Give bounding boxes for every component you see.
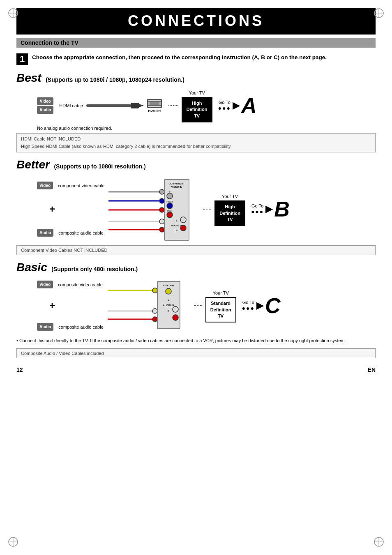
basic-video-row: Video composite video cable xyxy=(37,281,104,288)
best-tv-box: High Definition TV xyxy=(182,97,212,122)
basic-goto-dots: ●●● xyxy=(242,305,255,311)
svg-point-20 xyxy=(159,198,164,203)
better-sub: (Supports up to 1080i resolution.) xyxy=(54,163,145,170)
best-goto-dots: ●●● xyxy=(218,105,231,111)
better-plus: + xyxy=(49,203,104,215)
best-dotted-line xyxy=(168,105,178,106)
page-number: 12 xyxy=(16,366,23,373)
best-heading: Best xyxy=(16,71,42,84)
best-sub: (Supports up to 1080i / 1080p, 1080p24 r… xyxy=(46,76,184,83)
svg-point-46 xyxy=(152,317,157,322)
step-number: 1 xyxy=(16,53,28,65)
svg-text:R: R xyxy=(168,310,170,312)
better-video-cable: component video cable xyxy=(58,183,104,188)
page-title: CONNECTIONS xyxy=(16,12,376,30)
svg-point-33 xyxy=(167,203,173,209)
better-audio-row: Audio composite audio cable xyxy=(37,229,104,237)
best-note-box: HDMI Cable NOT INCLUDED High Speed HDMI … xyxy=(16,133,376,152)
svg-text:VIDEO IN: VIDEO IN xyxy=(163,284,174,287)
svg-point-35 xyxy=(167,212,173,218)
svg-point-31 xyxy=(167,193,173,199)
step-intro: 1 Choose the appropriate connection, the… xyxy=(16,53,376,65)
corner-mark-tl xyxy=(7,7,19,19)
best-no-audio-note: No analog audio connection required. xyxy=(37,126,376,131)
svg-marker-14 xyxy=(139,104,144,107)
svg-text:AUDIO IN: AUDIO IN xyxy=(163,304,174,306)
better-heading-row: Better (Supports up to 1080i resolution.… xyxy=(16,158,376,171)
svg-text:Pr/Cr: Pr/Cr xyxy=(167,210,173,212)
svg-text:L: L xyxy=(176,219,178,222)
better-goto-label: Go To xyxy=(251,203,263,208)
better-cables-panel: COMPONENT VIDEO IN Y Pb/Cb Pr/Cr L AUDIO… xyxy=(108,175,199,243)
svg-point-18 xyxy=(159,189,164,194)
basic-cable-svg: VIDEO IN L AUDIO IN R xyxy=(108,278,190,332)
better-dotted-line xyxy=(203,209,211,210)
best-cable-label: HDMI cable xyxy=(59,103,83,108)
svg-text:COMPONENT: COMPONENT xyxy=(169,182,185,185)
basic-heading-row: Basic (Supports only 480i resolution.) xyxy=(16,261,376,274)
best-your-tv: Your TV xyxy=(189,90,205,95)
svg-point-39 xyxy=(180,217,186,223)
svg-point-49 xyxy=(166,288,171,294)
hdmi-cable-svg xyxy=(86,99,144,112)
better-tv-box: High Definition TV xyxy=(214,200,245,226)
better-goto-dots: ●●● xyxy=(251,208,264,215)
basic-diagram: Video composite video cable + Audio comp… xyxy=(37,278,376,333)
best-badge-stack: Video Audio xyxy=(37,97,53,114)
hdmi-port-area: HDMI IN xyxy=(147,99,162,113)
best-tv-wrapper: Your TV High Definition TV xyxy=(182,97,212,122)
better-diagram: Video component video cable + Audio comp… xyxy=(37,175,376,243)
basic-right-section: Your TV Standard Definition TV Go To ●●●… xyxy=(194,289,281,322)
page-title-bar: CONNECTIONS xyxy=(16,8,376,35)
better-goto-letter: B xyxy=(274,198,290,220)
best-diagram-row: Video Audio HDMI cable HDMI IN Your TV xyxy=(37,89,376,122)
basic-video-badge: Video xyxy=(37,281,53,288)
corner-mark-bl xyxy=(7,536,19,548)
better-audio-cable: composite audio cable xyxy=(58,230,103,235)
section-header: Connection to the TV xyxy=(16,38,376,48)
hdmi-in-label: HDMI IN xyxy=(147,109,162,113)
svg-point-44 xyxy=(152,309,157,313)
basic-tv-wrapper: Your TV Standard Definition TV xyxy=(205,297,236,322)
better-your-tv: Your TV xyxy=(222,194,238,199)
better-note-box: Component Video Cables NOT INCLUDED xyxy=(16,245,376,255)
better-goto-section: Go To ●●● ▶ B xyxy=(251,198,290,220)
svg-point-54 xyxy=(173,315,178,320)
best-goto-letter: A xyxy=(241,95,257,116)
basic-left-section: Video composite video cable + Audio comp… xyxy=(37,281,104,331)
svg-rect-16 xyxy=(150,102,159,105)
basic-audio-cable: composite audio cable xyxy=(58,325,103,329)
better-tv-wrapper: Your TV High Definition TV xyxy=(214,200,245,226)
basic-plus: + xyxy=(49,300,104,311)
step-text: Choose the appropriate connection, then … xyxy=(32,53,327,62)
svg-text:R: R xyxy=(176,229,178,232)
better-right-section: Your TV High Definition TV Go To ●●● ▶ B xyxy=(203,192,290,226)
corner-mark-br xyxy=(373,536,385,548)
best-goto-section: Go To ●●● ▶ A xyxy=(218,95,257,116)
basic-tv-box: Standard Definition TV xyxy=(205,297,236,322)
svg-text:VIDEO IN: VIDEO IN xyxy=(171,186,182,188)
svg-point-26 xyxy=(159,227,164,232)
better-heading: Better xyxy=(16,158,50,171)
better-cable-svg: COMPONENT VIDEO IN Y Pb/Cb Pr/Cr L AUDIO… xyxy=(108,175,199,241)
better-video-row: Video component video cable xyxy=(37,182,104,189)
basic-your-tv: Your TV xyxy=(213,290,229,295)
svg-text:L: L xyxy=(168,299,169,301)
basic-goto-letter: C xyxy=(265,295,281,316)
basic-dotted-line xyxy=(194,305,202,306)
hdmi-port xyxy=(147,99,162,108)
basic-heading: Basic xyxy=(16,261,47,274)
svg-rect-13 xyxy=(131,103,139,108)
svg-text:Y: Y xyxy=(169,191,171,193)
better-left-section: Video component video cable + Audio comp… xyxy=(37,182,104,237)
svg-rect-12 xyxy=(86,104,131,107)
best-audio-badge: Audio xyxy=(37,106,53,114)
svg-point-24 xyxy=(159,219,164,224)
page-footer: 12 EN xyxy=(16,366,376,373)
basic-video-cable: composite video cable xyxy=(58,282,103,287)
basic-bullet-note: • Connect this unit directly to the TV. … xyxy=(16,337,376,344)
basic-note-box: Composite Audio / Video Cables included xyxy=(16,348,376,358)
svg-point-42 xyxy=(152,288,157,293)
basic-goto-label: Go To xyxy=(242,300,254,305)
better-audio-badge: Audio xyxy=(37,229,53,237)
